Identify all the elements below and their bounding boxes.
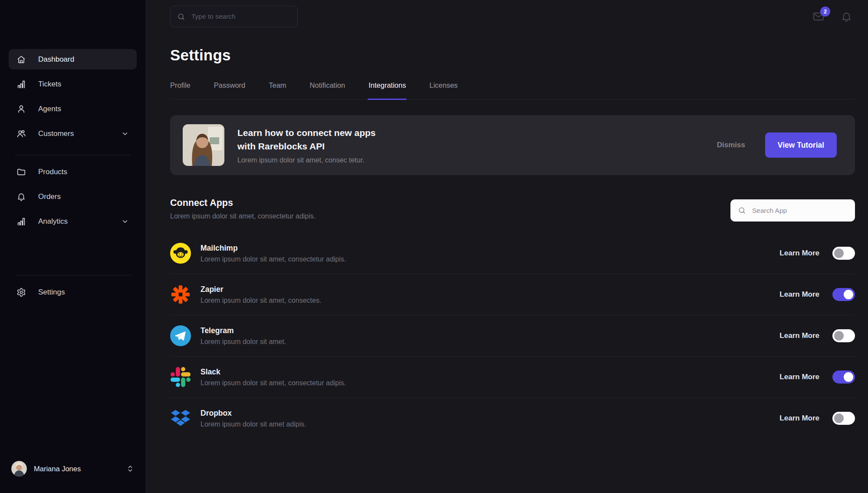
- search-input[interactable]: [191, 12, 288, 21]
- mail-badge: 2: [820, 7, 830, 17]
- tab-profile[interactable]: Profile: [170, 81, 191, 99]
- app-name: Zapier: [201, 285, 321, 294]
- telegram-icon: [170, 325, 191, 346]
- view-tutorial-button[interactable]: View Tutorial: [765, 132, 837, 158]
- app-search-input[interactable]: [751, 206, 844, 215]
- app-row-slack: Slack Lorem ipsum dolor sit amet, consec…: [170, 357, 855, 398]
- sidebar-item-label: Tickets: [38, 80, 61, 89]
- sidebar-item-settings[interactable]: Settings: [9, 282, 137, 302]
- app-name: Dropbox: [201, 409, 306, 418]
- app-toggle[interactable]: [832, 247, 855, 260]
- global-search: [170, 6, 298, 27]
- app-toggle[interactable]: [832, 371, 855, 384]
- tutorial-banner: Learn how to connect new apps with Rareb…: [170, 115, 855, 175]
- folder-icon: [16, 167, 26, 177]
- sidebar-item-dashboard[interactable]: Dashboard: [9, 49, 137, 69]
- app-search: [730, 199, 855, 222]
- app-name: Mailchimp: [201, 244, 346, 253]
- sidebar-item-orders[interactable]: Orders: [9, 186, 137, 207]
- learn-more-link[interactable]: Learn More: [779, 290, 819, 299]
- main-content: 2 Settings Profile Password Team Notific…: [145, 0, 868, 493]
- mail-button[interactable]: 2: [812, 11, 825, 22]
- app-row-telegram: Telegram Lorem ipsum dolor sit amet. Lea…: [170, 315, 855, 357]
- banner-title: Learn how to connect new apps with Rareb…: [237, 126, 376, 153]
- sidebar-item-label: Orders: [38, 192, 61, 201]
- sidebar-item-products[interactable]: Products: [9, 162, 137, 182]
- search-icon: [177, 13, 185, 21]
- toggle-knob: [834, 414, 844, 423]
- sidebar-item-tickets[interactable]: Tickets: [9, 74, 137, 94]
- tab-integrations[interactable]: Integrations: [368, 81, 406, 99]
- home-icon: [16, 55, 26, 64]
- users-icon: [16, 129, 26, 139]
- sidebar-item-label: Agents: [38, 105, 61, 113]
- app-toggle[interactable]: [832, 329, 855, 342]
- mailchimp-icon: [170, 243, 191, 264]
- app-toggle[interactable]: [832, 288, 855, 301]
- dropbox-icon: [170, 408, 191, 429]
- bar-chart-icon: [16, 217, 26, 226]
- app-name: Telegram: [201, 326, 286, 335]
- learn-more-link[interactable]: Learn More: [779, 249, 819, 258]
- toggle-knob: [834, 331, 844, 341]
- learn-more-link[interactable]: Learn More: [779, 331, 819, 340]
- avatar: [11, 461, 27, 476]
- sidebar-divider: [15, 275, 131, 275]
- sidebar-item-agents[interactable]: Agents: [9, 99, 137, 119]
- learn-more-link[interactable]: Learn More: [779, 373, 819, 381]
- sidebar-divider: [15, 155, 131, 155]
- connect-apps-subtitle: Lorem ipsum dolor sit amet, consectetur …: [170, 212, 316, 220]
- user-name: Mariana Jones: [34, 465, 81, 473]
- tab-notification[interactable]: Notification: [310, 81, 345, 99]
- app-row-dropbox: Dropbox Lorem ipsum dolor sit amet adipi…: [170, 398, 855, 439]
- tutorial-banner-photo: [183, 124, 224, 166]
- bell-icon: [841, 11, 852, 23]
- search-icon: [738, 206, 746, 215]
- app-row-mailchimp: Mailchimp Lorem ipsum dolor sit amet, co…: [170, 233, 855, 274]
- tab-password[interactable]: Password: [214, 81, 245, 99]
- chevron-down-icon: [121, 218, 129, 225]
- chevrons-up-down-icon: [126, 464, 134, 473]
- toggle-knob: [834, 248, 844, 258]
- app-description: Lorem ipsum dolor sit amet, consectetur …: [201, 255, 346, 263]
- app-description: Lorem ipsum dolor sit amet, consectes.: [201, 297, 321, 304]
- app-list: Mailchimp Lorem ipsum dolor sit amet, co…: [170, 233, 855, 439]
- sidebar-item-label: Dashboard: [38, 55, 74, 64]
- sidebar-item-customers[interactable]: Customers: [9, 123, 137, 144]
- tab-licenses[interactable]: Licenses: [429, 81, 457, 99]
- user-icon: [16, 104, 26, 114]
- toggle-knob: [844, 372, 853, 382]
- gear-icon: [16, 288, 26, 297]
- sidebar: Dashboard Tickets Agents Customers Produ…: [0, 0, 145, 493]
- sidebar-item-label: Customers: [38, 129, 74, 138]
- settings-tabs: Profile Password Team Notification Integ…: [170, 81, 855, 99]
- user-menu[interactable]: Mariana Jones: [9, 461, 137, 476]
- connect-apps-title: Connect Apps: [170, 198, 316, 208]
- notifications-button[interactable]: [841, 11, 852, 23]
- topbar: 2: [170, 6, 855, 27]
- app-name: Slack: [201, 367, 346, 377]
- app-description: Lorem ipsum dolor sit amet, consectetur …: [201, 379, 346, 387]
- page-title: Settings: [170, 46, 855, 64]
- banner-subtitle: Lorem ipsum dolor sit amet, consec tetur…: [237, 156, 376, 164]
- learn-more-link[interactable]: Learn More: [779, 414, 819, 423]
- slack-icon: [170, 367, 191, 387]
- app-toggle[interactable]: [832, 412, 855, 425]
- app-row-zapier: Zapier Lorem ipsum dolor sit amet, conse…: [170, 274, 855, 315]
- sidebar-item-label: Analytics: [38, 217, 68, 226]
- sidebar-item-label: Products: [38, 168, 67, 176]
- zapier-icon: [170, 284, 191, 305]
- app-description: Lorem ipsum dolor sit amet.: [201, 338, 286, 346]
- bar-chart-icon: [16, 79, 26, 89]
- dismiss-button[interactable]: Dismiss: [714, 140, 748, 150]
- chevron-down-icon: [121, 130, 129, 138]
- sidebar-item-label: Settings: [38, 288, 65, 297]
- sidebar-item-analytics[interactable]: Analytics: [9, 211, 137, 232]
- tab-team[interactable]: Team: [269, 81, 286, 99]
- bell-icon: [16, 192, 26, 202]
- connect-apps-header: Connect Apps Lorem ipsum dolor sit amet,…: [170, 198, 855, 222]
- toggle-knob: [844, 290, 853, 299]
- app-description: Lorem ipsum dolor sit amet adipis.: [201, 420, 306, 428]
